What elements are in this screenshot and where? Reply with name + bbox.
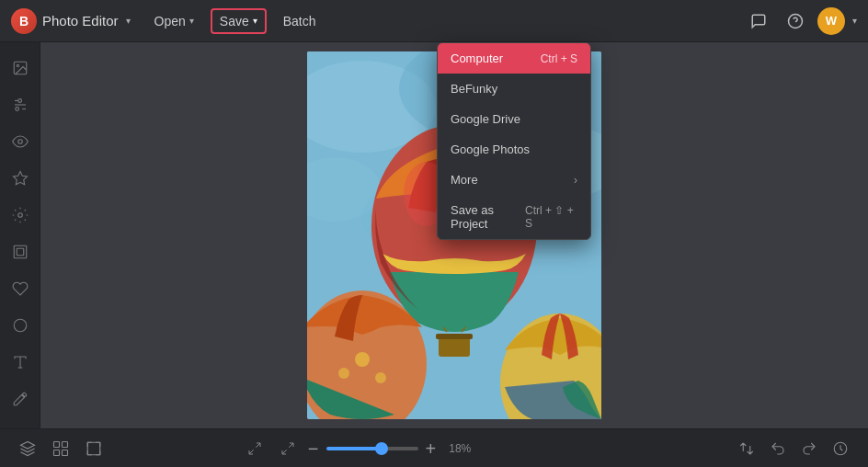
topbar-right: W ▾ (744, 6, 857, 36)
save-as-project-item[interactable]: Save as Project Ctrl + ⇧ + S (438, 195, 590, 239)
user-avatar[interactable]: W (817, 7, 845, 35)
save-chevron: ▾ (253, 16, 257, 26)
zoom-in-button[interactable]: + (426, 439, 437, 458)
sidebar (0, 42, 40, 428)
history-icon[interactable] (48, 436, 74, 461)
svg-rect-38 (63, 441, 68, 447)
svg-rect-41 (87, 442, 100, 455)
zoom-handle (375, 442, 388, 455)
zoom-out-button[interactable]: − (308, 439, 319, 458)
svg-point-7 (17, 99, 21, 103)
svg-rect-13 (17, 248, 24, 256)
sidebar-icon-preview[interactable] (4, 125, 37, 158)
open-button[interactable]: Open ▾ (145, 8, 203, 34)
svg-line-43 (282, 450, 287, 454)
svg-point-3 (17, 64, 18, 66)
sidebar-icon-brush[interactable] (4, 382, 37, 416)
sidebar-icon-shapes[interactable] (4, 309, 37, 342)
save-as-project-label: Save as Project (451, 203, 525, 231)
svg-rect-37 (54, 441, 60, 447)
sidebar-icon-star[interactable] (4, 162, 37, 195)
save-computer-shortcut: Ctrl + S (541, 52, 577, 65)
main-area (0, 42, 868, 428)
layers-icon[interactable] (15, 436, 40, 461)
svg-point-30 (355, 352, 370, 367)
redo-icon[interactable] (796, 436, 822, 461)
logo-area: B Photo Editor ▾ (11, 8, 131, 34)
bottombar: − + 18% (0, 428, 868, 467)
svg-marker-10 (13, 172, 27, 185)
svg-point-31 (338, 368, 349, 379)
zoom-controls: − + 18% (242, 436, 471, 461)
save-more-label: More (451, 173, 478, 187)
svg-point-32 (375, 372, 386, 383)
fit-icon[interactable] (242, 436, 268, 461)
chat-button[interactable] (744, 6, 773, 36)
save-befunky-item[interactable]: BeFunky (438, 74, 590, 104)
save-googledrive-label: Google Drive (451, 112, 520, 126)
save-more-arrow: › (574, 174, 577, 187)
sidebar-icon-heart[interactable] (4, 272, 37, 305)
svg-point-14 (14, 319, 27, 332)
save-googlephotos-item[interactable]: Google Photos (438, 134, 590, 165)
svg-rect-40 (63, 450, 68, 455)
sidebar-icon-frames[interactable] (4, 235, 37, 268)
save-button[interactable]: Save ▾ (211, 8, 267, 34)
svg-rect-26 (436, 334, 473, 339)
undo-icon[interactable] (765, 436, 791, 461)
save-googlephotos-label: Google Photos (451, 142, 530, 156)
sidebar-icon-edit[interactable] (4, 88, 37, 121)
svg-marker-36 (21, 441, 35, 449)
save-computer-item[interactable]: Computer Ctrl + S (438, 43, 590, 74)
svg-point-8 (15, 108, 18, 111)
bottombar-right (734, 436, 853, 461)
svg-line-42 (289, 443, 293, 448)
app-logo[interactable]: B (11, 8, 37, 34)
batch-button[interactable]: Batch (274, 8, 326, 34)
app-title: Photo Editor (42, 13, 119, 28)
save-more-item[interactable]: More › (438, 165, 590, 195)
topbar: B Photo Editor ▾ Open ▾ Save ▾ Batch W (0, 0, 868, 42)
svg-rect-12 (14, 245, 27, 258)
zoom-slider[interactable] (326, 447, 418, 450)
expand-icon[interactable] (275, 436, 301, 461)
svg-rect-25 (439, 336, 470, 357)
user-chevron[interactable]: ▾ (852, 16, 857, 26)
save-as-project-shortcut: Ctrl + ⇧ + S (525, 204, 577, 230)
svg-point-9 (17, 140, 22, 144)
zoom-percent: 18% (449, 442, 471, 455)
sidebar-icon-image[interactable] (4, 51, 37, 85)
save-dropdown: Computer Ctrl + S BeFunky Google Drive G… (437, 42, 591, 240)
app-title-chevron[interactable]: ▾ (126, 16, 131, 26)
help-button[interactable] (781, 6, 810, 36)
save-computer-label: Computer (451, 51, 503, 65)
save-befunky-label: BeFunky (451, 82, 497, 96)
sidebar-icon-text[interactable] (4, 346, 37, 379)
svg-point-11 (17, 213, 22, 218)
svg-rect-39 (54, 450, 60, 455)
timer-icon[interactable] (828, 436, 853, 461)
fullscreen-icon[interactable] (81, 436, 107, 461)
compare-icon[interactable] (734, 436, 760, 461)
logo-letter: B (19, 14, 29, 28)
open-chevron: ▾ (189, 16, 194, 26)
save-googledrive-item[interactable]: Google Drive (438, 104, 590, 134)
sidebar-icon-effects[interactable] (4, 199, 37, 232)
